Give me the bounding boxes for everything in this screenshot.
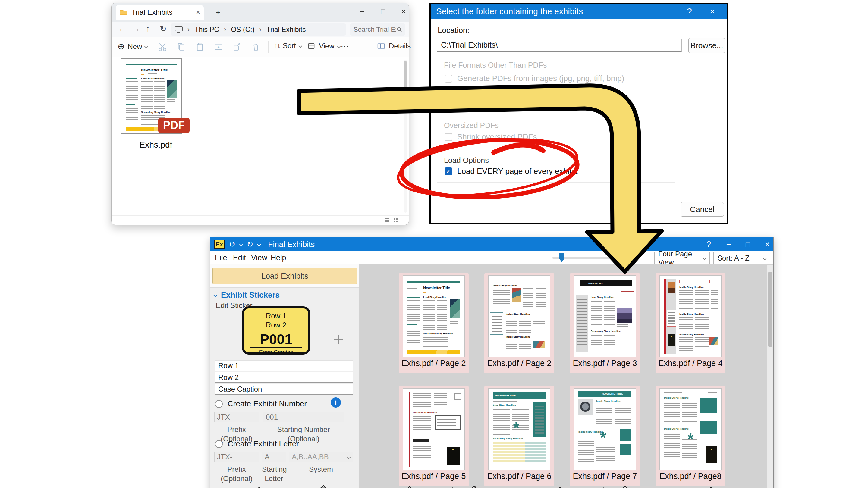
sticker-row2: Row 2 bbox=[266, 321, 286, 330]
page-preview: Inside Story Headline Inside Story Headl… bbox=[659, 388, 721, 470]
details-button[interactable]: Details bbox=[377, 41, 411, 51]
row2-input[interactable] bbox=[215, 372, 353, 383]
load-options-group: Load Options ✓ Load EVERY page of every … bbox=[437, 161, 675, 183]
create-exhibit-number-radio-row[interactable]: Create Exhibit Number bbox=[215, 399, 307, 409]
minimize-button[interactable]: − bbox=[355, 7, 369, 16]
file-formats-group-title: File Formats Other Than PDFs bbox=[441, 61, 550, 70]
create-exhibit-letter-radio-row[interactable]: Create Exhibit Letter bbox=[215, 439, 299, 449]
up-icon[interactable]: ↑ bbox=[146, 24, 150, 33]
menu-help[interactable]: Help bbox=[271, 253, 286, 262]
exhibit-stickers-section-header[interactable]: Exhibit Stickers bbox=[214, 290, 280, 300]
tab-close-icon[interactable]: × bbox=[196, 8, 200, 17]
number-prefix-input[interactable] bbox=[214, 412, 259, 422]
exhibit-thumbnail[interactable]: NEWSLETTER TITLE Inside Story Headline *… bbox=[570, 386, 640, 486]
new-tab-button[interactable]: + bbox=[211, 8, 225, 17]
forward-icon[interactable]: → bbox=[132, 24, 140, 33]
explorer-status-bar bbox=[112, 216, 409, 225]
delete-icon[interactable] bbox=[251, 42, 261, 52]
cut-icon[interactable] bbox=[157, 42, 167, 52]
maximize-button[interactable]: □ bbox=[746, 240, 750, 249]
add-sticker-button[interactable]: + bbox=[333, 330, 344, 348]
radio-unchecked[interactable] bbox=[215, 400, 223, 408]
copy-icon[interactable] bbox=[176, 42, 186, 52]
svg-text:A: A bbox=[217, 45, 220, 50]
rename-icon[interactable]: A bbox=[213, 42, 224, 52]
shrink-oversized-checkbox-row[interactable]: Shrink oversized PDFs bbox=[444, 132, 537, 141]
share-icon[interactable] bbox=[232, 42, 242, 52]
checkbox-unchecked[interactable] bbox=[444, 75, 453, 83]
checkbox-checked[interactable]: ✓ bbox=[444, 167, 453, 175]
select-folder-dialog: Select the folder containing the exhibit… bbox=[430, 3, 728, 224]
sort-select[interactable]: Sort: A - Z bbox=[713, 252, 770, 264]
explorer-tabstrip: Trial Exhibits × + − □ × bbox=[112, 3, 409, 22]
chevron-down-icon[interactable] bbox=[257, 242, 261, 247]
sort-button[interactable]: ↑↓ Sort bbox=[274, 41, 302, 50]
load-options-group-title: Load Options bbox=[441, 156, 492, 165]
load-every-page-checkbox-row[interactable]: ✓ Load EVERY page of every exhibit bbox=[444, 167, 578, 176]
case-caption-input[interactable] bbox=[215, 384, 353, 395]
exhibit-thumbnail[interactable]: Newsletter Title Lead Story Headline Sec… bbox=[570, 273, 640, 373]
close-button[interactable]: × bbox=[397, 7, 410, 16]
redo-icon[interactable]: ↻ bbox=[247, 240, 253, 249]
list-view-toggle-icon[interactable] bbox=[384, 218, 390, 223]
row1-input[interactable] bbox=[215, 360, 353, 371]
breadcrumb-trial-exhibits[interactable]: Trial Exhibits bbox=[267, 26, 306, 34]
close-button[interactable]: × bbox=[765, 240, 770, 249]
search-box[interactable] bbox=[350, 24, 405, 36]
page-view-select[interactable]: Four Page View bbox=[654, 252, 710, 264]
thumbnail-scrollbar[interactable] bbox=[767, 265, 773, 488]
app-icon: Ex bbox=[214, 240, 225, 249]
breadcrumb-this-pc[interactable]: This PC bbox=[194, 26, 219, 34]
more-options-button[interactable]: ⋯ bbox=[341, 41, 349, 52]
back-icon[interactable]: ← bbox=[118, 24, 126, 33]
letter-start-input[interactable] bbox=[262, 452, 286, 462]
page-preview: Newsletter Title Lead Story Headline Sec… bbox=[403, 275, 465, 357]
chevron-down-icon bbox=[213, 293, 217, 297]
page-preview: NEWSLETTER TITLE Lead Story Headline * S… bbox=[488, 388, 550, 470]
view-label: View bbox=[319, 42, 335, 50]
explorer-scrollbar[interactable] bbox=[404, 60, 407, 213]
load-exhibits-button[interactable]: Load Exhibits bbox=[213, 268, 357, 284]
chevron-down-icon[interactable] bbox=[239, 242, 243, 247]
tutorial-screenshot: Trial Exhibits × + − □ × ← → ↑ ↻ › This … bbox=[0, 0, 868, 488]
maximize-button[interactable]: □ bbox=[376, 7, 390, 16]
dialog-title-bar: Select the folder containing the exhibit… bbox=[431, 4, 727, 19]
exhibit-thumbnail[interactable]: Inside Story Headline Inside Story Headl… bbox=[655, 386, 725, 486]
letter-prefix-input[interactable] bbox=[214, 452, 259, 462]
checkbox-unchecked[interactable] bbox=[444, 133, 453, 141]
exhibit-thumbnail[interactable]: Inside Story Headline Inside Story Headl… bbox=[484, 273, 554, 373]
menu-view[interactable]: View bbox=[251, 253, 267, 262]
location-input[interactable] bbox=[437, 38, 682, 52]
search-input[interactable] bbox=[353, 25, 396, 34]
exhibit-thumbnail[interactable]: Inside Story Headline Exhs.pdf / Page 5 bbox=[399, 386, 469, 486]
breadcrumb[interactable]: › This PC › OS (C:) › Trial Exhibits bbox=[170, 24, 346, 36]
minimize-button[interactable]: − bbox=[726, 240, 731, 249]
undo-icon[interactable]: ↺ bbox=[229, 240, 236, 249]
menu-file[interactable]: File bbox=[215, 253, 227, 262]
letter-system-select[interactable]: A,B..AA,BB bbox=[289, 452, 353, 462]
menu-edit[interactable]: Edit bbox=[233, 253, 246, 262]
generate-pdfs-checkbox-row[interactable]: Generate PDFs from images (jpg, png, tif… bbox=[444, 74, 624, 83]
help-button[interactable]: ? bbox=[687, 6, 692, 17]
breadcrumb-os-c[interactable]: OS (C:) bbox=[231, 26, 254, 34]
checkbox-unchecked[interactable] bbox=[444, 90, 453, 98]
close-button[interactable]: × bbox=[710, 6, 715, 17]
thumbnail-view-toggle-icon[interactable] bbox=[393, 218, 398, 223]
refresh-icon[interactable]: ↻ bbox=[160, 24, 167, 34]
help-button[interactable]: ? bbox=[707, 240, 711, 249]
exhibit-thumbnail[interactable]: NEWSLETTER TITLE Lead Story Headline * S… bbox=[484, 386, 554, 486]
exhibit-thumbnail[interactable]: Inside Story Headline Inside Story Headl… bbox=[655, 273, 725, 373]
generate-slipsheets-checkbox-row[interactable]: Generate slipsheets for formats other th bbox=[444, 89, 595, 98]
view-button[interactable]: View bbox=[307, 41, 340, 51]
info-icon[interactable]: i bbox=[331, 397, 341, 408]
number-start-input[interactable] bbox=[263, 412, 344, 422]
paste-icon[interactable] bbox=[195, 42, 205, 52]
browse-button[interactable]: Browse... bbox=[688, 38, 725, 53]
cancel-button[interactable]: Cancel bbox=[681, 202, 724, 217]
exhibit-thumbnail[interactable]: Newsletter Title Lead Story Headline Sec… bbox=[399, 273, 469, 373]
sticker-preview[interactable]: Row 1 Row 2 P001 Case Caption bbox=[242, 306, 310, 355]
explorer-tab[interactable]: Trial Exhibits × bbox=[116, 5, 204, 20]
new-button[interactable]: ⊕ New bbox=[118, 41, 148, 52]
thumbnail-label: Exhs.pdf / Page 3 bbox=[570, 359, 640, 368]
radio-unchecked[interactable] bbox=[215, 440, 223, 448]
